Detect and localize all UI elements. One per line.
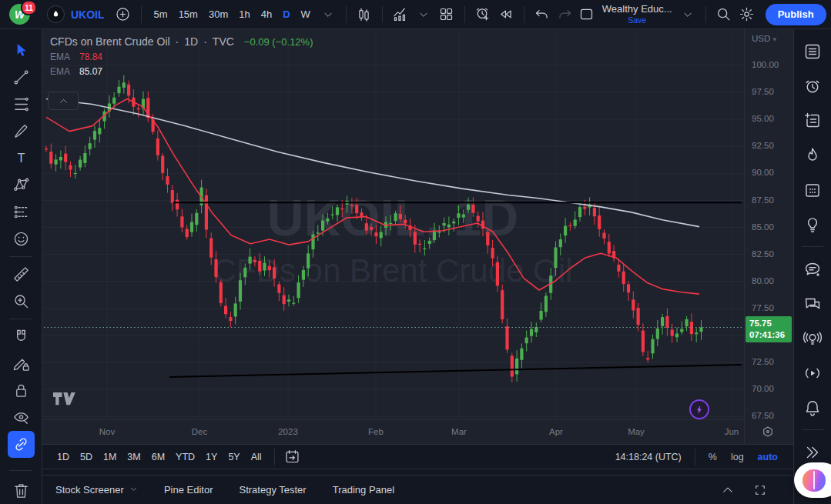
timeframe-group: 5m15m30m1h4hDW — [149, 6, 316, 22]
range-5d[interactable]: 5D — [75, 449, 98, 465]
streams-panel-button[interactable] — [796, 355, 829, 390]
undo-button[interactable] — [531, 4, 553, 25]
watchlist-panel-button[interactable] — [796, 34, 829, 68]
layout-title: Wealthy Educ... — [602, 4, 672, 15]
ideas-stream-panel-button[interactable] — [796, 321, 829, 355]
price-tick: 92.50 — [752, 141, 774, 150]
xabcd-pattern-tool[interactable] — [8, 172, 35, 199]
chart-style-button[interactable] — [354, 4, 375, 25]
trend-line-tool[interactable] — [8, 64, 35, 91]
range-ytd[interactable]: YTD — [170, 449, 200, 465]
range-5y[interactable]: 5Y — [223, 449, 245, 465]
forecast-tool[interactable] — [8, 199, 35, 225]
indicator-row[interactable]: EMA 85.07 — [50, 66, 313, 77]
bottom-panel: Stock ScreenerPine EditorStrategy Tester… — [42, 475, 793, 504]
zoom-in-tool[interactable] — [8, 288, 35, 315]
panel-expand-chevron-icon[interactable] — [717, 479, 739, 501]
remove-all-drawings-button[interactable] — [8, 477, 35, 504]
alerts-panel-button[interactable] — [796, 68, 829, 103]
instant-trading-button[interactable] — [689, 399, 709, 419]
layout-grid-button[interactable] — [436, 4, 457, 25]
timeframe-5m[interactable]: 5m — [149, 6, 173, 22]
axis-settings-gear-icon[interactable] — [760, 425, 776, 440]
toolbar-divider — [695, 449, 695, 466]
ai-assistant-button[interactable] — [794, 462, 831, 498]
range-1m[interactable]: 1M — [98, 449, 122, 465]
user-menu-button[interactable]: W 11 — [9, 4, 30, 25]
compare-add-button[interactable] — [112, 4, 134, 25]
fib-retracement-tool[interactable] — [8, 91, 35, 118]
cursor-tool[interactable] — [8, 37, 35, 64]
range-3m[interactable]: 3M — [122, 449, 146, 465]
text-tool[interactable]: T — [8, 145, 35, 172]
redo-button[interactable] — [555, 4, 576, 25]
tab-trading-panel[interactable]: Trading Panel — [333, 484, 394, 496]
measure-tool[interactable] — [8, 261, 35, 288]
bar-replay-button[interactable] — [495, 4, 517, 25]
toolbar-divider — [802, 246, 823, 247]
auto-scale-button[interactable]: auto — [752, 449, 784, 465]
symbol-search-button[interactable]: UKOIL — [41, 5, 111, 23]
emoji-tool[interactable] — [8, 225, 35, 252]
log-scale-button[interactable]: log — [725, 449, 750, 465]
timeframe-1h[interactable]: 1h — [233, 6, 255, 22]
chart-pane[interactable]: UKOIL, 1DCFDs on Brent Crude Oil CFDs on… — [42, 29, 744, 444]
indicator-row[interactable]: EMA 78.84 — [50, 52, 313, 62]
price-tick: 67.50 — [752, 411, 774, 420]
percent-scale-button[interactable]: % — [702, 449, 723, 465]
layout-title-button[interactable]: Wealthy Educ... Save — [599, 4, 675, 25]
hide-all-drawings-button[interactable] — [8, 404, 35, 431]
publish-button[interactable]: Publish — [766, 4, 826, 25]
tab-stock-screener[interactable]: Stock Screener — [55, 484, 138, 496]
currency-selector[interactable]: USD ▾ — [752, 34, 776, 43]
timeframe-d[interactable]: D — [277, 6, 295, 22]
candlestick-chart[interactable]: UKOIL, 1DCFDs on Brent Crude Oil — [42, 29, 744, 419]
tab-pine-editor[interactable]: Pine Editor — [164, 484, 213, 496]
range-1d[interactable]: 1D — [52, 449, 75, 465]
tab-strategy-tester[interactable]: Strategy Tester — [239, 484, 306, 496]
create-alert-button[interactable] — [472, 4, 494, 25]
sync-drawings-button[interactable] — [8, 431, 35, 458]
timeframe-15m[interactable]: 15m — [173, 6, 203, 22]
layout-menu-chevron-icon[interactable] — [677, 4, 699, 25]
chat-panel-button[interactable] — [796, 252, 829, 286]
tradingview-logo[interactable] — [53, 392, 76, 411]
private-chats-panel-button[interactable] — [796, 286, 829, 321]
search-icon[interactable] — [713, 4, 735, 25]
ideas-panel-button[interactable] — [796, 207, 829, 242]
go-to-date-button[interactable] — [282, 446, 303, 468]
price-tick: 77.50 — [752, 303, 774, 312]
date-range-group: 1D5D1M3M6MYTD1Y5YAll — [52, 449, 267, 465]
save-link[interactable]: Save — [628, 15, 646, 25]
timeframe-4h[interactable]: 4h — [256, 6, 277, 22]
time-tick: Dec — [192, 427, 207, 436]
notifications-panel-button[interactable] — [796, 390, 829, 425]
indicators-button[interactable] — [390, 4, 411, 25]
range-1y[interactable]: 1Y — [200, 449, 223, 465]
price-axis[interactable]: USD ▾ 75.75 07:41:36 100.0097.5095.0092.… — [744, 29, 793, 444]
drawing-mode-button[interactable] — [8, 350, 35, 377]
brush-tool[interactable] — [8, 118, 35, 145]
symbol-description-row[interactable]: CFDs on Brent Crude Oil · 1D · TVC −0.09… — [50, 35, 313, 48]
legend-collapse-button[interactable] — [48, 92, 79, 110]
indicators-menu-chevron-icon[interactable] — [413, 4, 434, 25]
magnet-mode-button[interactable] — [8, 323, 35, 350]
lock-all-drawings-button[interactable] — [8, 377, 35, 404]
clock-timezone[interactable]: 14:18:24 (UTC) — [609, 452, 688, 462]
calendar-panel-button[interactable] — [796, 172, 829, 207]
range-all[interactable]: All — [246, 449, 267, 465]
layout-select-button[interactable] — [576, 4, 598, 25]
time-axis[interactable]: NovDec2023FebMarAprMayJun — [42, 419, 744, 444]
toolbar-divider — [524, 6, 524, 23]
hotlists-panel-button[interactable] — [796, 138, 829, 172]
timeframe-menu-chevron-icon[interactable] — [317, 4, 339, 25]
notes-panel-button[interactable] — [796, 103, 829, 138]
range-6m[interactable]: 6M — [146, 449, 170, 465]
timeframe-30m[interactable]: 30m — [203, 6, 233, 22]
indicator-label: EMA — [50, 66, 70, 77]
timeframe-w[interactable]: W — [296, 6, 316, 22]
settings-gear-icon[interactable] — [736, 4, 758, 25]
toolbar-divider — [9, 319, 32, 319]
bottom-panel-tabs: Stock ScreenerPine EditorStrategy Tester… — [55, 484, 394, 496]
fullscreen-icon[interactable] — [749, 479, 771, 501]
